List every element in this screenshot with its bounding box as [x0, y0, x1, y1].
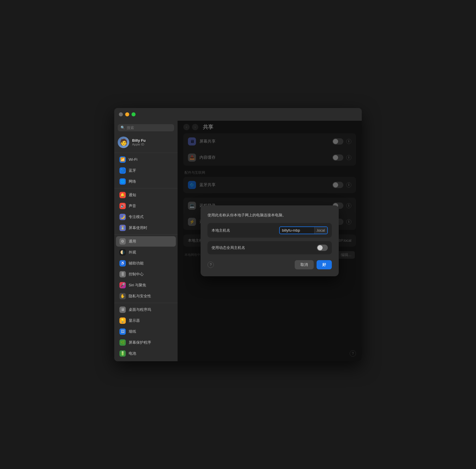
sidebar-item-display[interactable]: 💡 显示器: [116, 315, 176, 326]
sidebar-label-siri: Siri 与聚焦: [129, 283, 146, 288]
sidebar-label-screen-time: 屏幕使用时: [129, 225, 147, 230]
sidebar-divider-2: [114, 188, 178, 188]
siri-icon: 🎤: [119, 282, 126, 288]
main-window: 🔍 🧑 Billy Fu Apple ID 📶 Wi-Fi: [114, 108, 362, 361]
sidebar-item-bluetooth[interactable]: 🔵 蓝牙: [116, 165, 176, 176]
sidebar-label-desktop: 桌面与程序坞: [129, 307, 151, 312]
hostname-input[interactable]: [280, 227, 314, 234]
sidebar-item-privacy[interactable]: ✋ 隐私与安全性: [116, 291, 176, 301]
sound-icon: 🔊: [119, 203, 126, 209]
edit-hostname-dialog: 使用此名称从你本地子网上的电脑连接本电脑。 本地主机名 .local 使用动态全…: [201, 205, 339, 277]
main-content: ‹ › 共享 🖥 屏幕共享: [178, 121, 362, 361]
accessibility-icon: ♿: [119, 260, 126, 266]
sidebar: 🔍 🧑 Billy Fu Apple ID 📶 Wi-Fi: [114, 121, 178, 361]
sidebar-label-general: 通用: [129, 239, 136, 244]
dialog-description: 使用此名称从你本地子网上的电脑连接本电脑。: [207, 212, 332, 218]
sidebar-item-screen-time[interactable]: ⏳ 屏幕使用时: [116, 223, 176, 233]
sidebar-label-network: 网络: [129, 179, 136, 184]
sidebar-label-battery: 电池: [129, 351, 136, 356]
sidebar-divider-1: [114, 153, 178, 153]
screensaver-icon: 🌿: [119, 339, 126, 346]
dialog-actions: ? 取消 好: [207, 260, 332, 269]
window-body: 🔍 🧑 Billy Fu Apple ID 📶 Wi-Fi: [114, 121, 362, 361]
wifi-icon: 📶: [119, 156, 126, 163]
notify-icon: 🔔: [119, 192, 126, 198]
sidebar-item-desktop[interactable]: 🖥 桌面与程序坞: [116, 305, 176, 315]
user-profile[interactable]: 🧑 Billy Fu Apple ID: [114, 134, 178, 152]
sidebar-label-screensaver: 屏幕保护程序: [129, 340, 151, 345]
user-name: Billy Fu: [132, 138, 146, 143]
sidebar-label-notify: 通知: [129, 192, 136, 198]
bluetooth-icon: 🔵: [119, 167, 126, 174]
screen-time-icon: ⏳: [119, 225, 126, 231]
sidebar-label-wifi: Wi-Fi: [129, 157, 137, 162]
search-input[interactable]: [127, 126, 171, 130]
sidebar-label-appearance: 外观: [129, 250, 136, 255]
ok-button[interactable]: 好: [317, 260, 332, 269]
titlebar: [114, 108, 362, 121]
dynamic-hostname-toggle[interactable]: [317, 245, 328, 251]
sidebar-item-accessibility[interactable]: ♿ 辅助功能: [116, 258, 176, 268]
sidebar-label-sound: 声音: [129, 203, 136, 209]
maximize-button[interactable]: [132, 112, 136, 116]
sidebar-label-accessibility: 辅助功能: [129, 261, 144, 266]
sidebar-label-control: 控制中心: [129, 272, 144, 277]
sidebar-item-screensaver[interactable]: 🌿 屏幕保护程序: [116, 337, 176, 348]
sidebar-divider-4: [114, 303, 178, 303]
sidebar-label-privacy: 隐私与安全性: [129, 294, 151, 299]
sidebar-item-wifi[interactable]: 📶 Wi-Fi: [116, 154, 176, 165]
avatar-emoji: 🧑: [120, 139, 127, 146]
sidebar-item-focus[interactable]: 🌙 专注模式: [116, 212, 176, 222]
sidebar-item-network[interactable]: 🌐 网络: [116, 176, 176, 187]
avatar: 🧑: [118, 137, 129, 148]
sidebar-divider-3: [114, 234, 178, 235]
close-button[interactable]: [119, 112, 123, 116]
minimize-button[interactable]: [125, 112, 129, 116]
sidebar-item-appearance[interactable]: 🌗 外观: [116, 247, 176, 258]
cancel-button[interactable]: 取消: [295, 260, 314, 269]
dialog-hostname-label: 本地主机名: [212, 228, 230, 233]
sidebar-label-focus: 专注模式: [129, 214, 144, 220]
appearance-icon: 🌗: [119, 249, 126, 256]
battery-icon: 🔋: [119, 350, 126, 357]
network-icon: 🌐: [119, 178, 126, 185]
privacy-icon: ✋: [119, 293, 126, 299]
dialog-help-button[interactable]: ?: [207, 262, 214, 268]
display-icon: 💡: [119, 317, 126, 324]
general-icon: ⚙: [119, 238, 126, 245]
search-bar[interactable]: 🔍: [118, 124, 174, 131]
control-icon: 🎛: [119, 271, 126, 277]
desktop-icon: 🖥: [119, 307, 126, 313]
user-subtitle: Apple ID: [132, 143, 146, 146]
sidebar-item-notify[interactable]: 🔔 通知: [116, 190, 176, 200]
sidebar-item-siri[interactable]: 🎤 Siri 与聚焦: [116, 280, 176, 290]
dialog-toggle-label: 使用动态全局主机名: [212, 245, 245, 250]
dialog-input-box: .local: [279, 226, 328, 234]
search-icon: 🔍: [121, 126, 125, 130]
dialog-hostname-row: 本地主机名 .local: [207, 223, 332, 238]
dialog-toggle-row: 使用动态全局主机名: [207, 241, 332, 254]
wallpaper-icon: 🖼: [119, 328, 126, 335]
hostname-suffix: .local: [314, 227, 327, 234]
sidebar-item-sound[interactable]: 🔊 声音: [116, 201, 176, 211]
sidebar-item-battery[interactable]: 🔋 电池: [116, 348, 176, 359]
traffic-lights: [119, 112, 136, 116]
sidebar-label-bluetooth: 蓝牙: [129, 168, 136, 173]
sidebar-item-wallpaper[interactable]: 🖼 墙纸: [116, 326, 176, 337]
dialog-input-wrap: .local: [234, 226, 328, 234]
sidebar-item-control[interactable]: 🎛 控制中心: [116, 269, 176, 279]
sidebar-item-general[interactable]: ⚙ 通用: [116, 236, 176, 247]
sidebar-label-wallpaper: 墙纸: [129, 329, 136, 334]
dialog-overlay: 使用此名称从你本地子网上的电脑连接本电脑。 本地主机名 .local 使用动态全…: [178, 121, 362, 361]
sidebar-label-display: 显示器: [129, 318, 140, 323]
dialog-buttons: 取消 好: [295, 260, 332, 269]
focus-icon: 🌙: [119, 214, 126, 220]
user-info: Billy Fu Apple ID: [132, 138, 146, 146]
